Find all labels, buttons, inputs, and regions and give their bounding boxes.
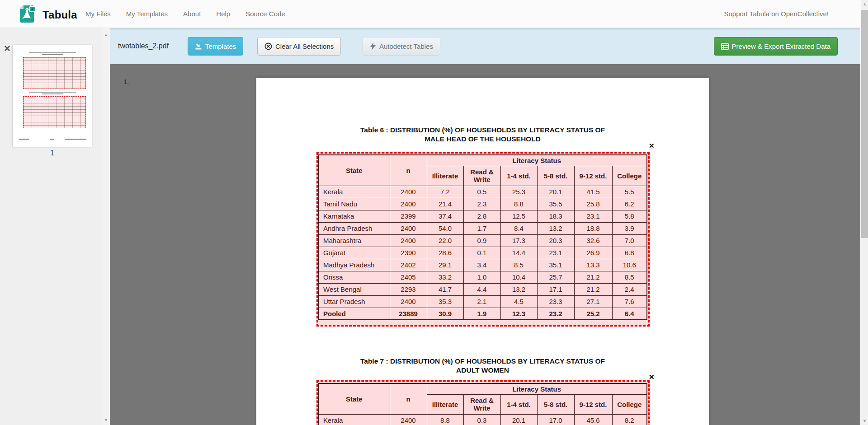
nav-my-files[interactable]: My Files — [78, 0, 118, 28]
selection-box-table6[interactable] — [316, 152, 650, 327]
mini-footer-text — [65, 139, 86, 140]
mini-footer-text — [50, 139, 54, 140]
tabula-logo-icon — [17, 4, 38, 26]
selection2-close-icon[interactable]: ✕ — [649, 374, 655, 380]
nav-help[interactable]: Help — [208, 0, 238, 28]
preview-export-label: Preview & Export Extracted Data — [732, 42, 830, 50]
save-template-icon — [195, 43, 202, 50]
mini-table-title — [13, 92, 92, 94]
page-number-marker: 1. — [123, 78, 129, 85]
autodetect-tables-label: Autodetect Tables — [379, 42, 433, 50]
nav-my-templates[interactable]: My Templates — [118, 0, 175, 28]
app-body: ✕ 1 ▲ ▼ twotables_2.pdf — [0, 28, 868, 425]
table-list-icon — [721, 43, 729, 50]
thumbnail-page-number: 1 — [13, 149, 92, 157]
window-scrollbar[interactable]: ▲ ▼ — [860, 0, 868, 425]
lightning-icon — [370, 42, 376, 50]
remove-circle-icon — [264, 42, 272, 50]
scrollbar-thumb[interactable] — [861, 10, 868, 238]
templates-label: Templates — [205, 42, 236, 50]
mini-table-title — [13, 52, 92, 55]
sidebar-scrollbar[interactable]: ▲ ▼ — [102, 28, 110, 425]
scroll-up-icon[interactable]: ▲ — [102, 33, 110, 37]
app-window: Tabula My Files My Templates About Help … — [0, 0, 868, 425]
templates-button[interactable]: Templates — [188, 37, 243, 56]
scroll-up-icon[interactable]: ▲ — [861, 2, 868, 6]
table6-title: Table 6 : DISTRIBUTION (%) OF HOUSEHOLDS… — [256, 126, 709, 144]
preview-export-button[interactable]: Preview & Export Extracted Data — [714, 37, 838, 56]
toolbar: twotables_2.pdf Templates — [110, 28, 860, 64]
mini-selection-box — [23, 57, 86, 89]
support-link[interactable]: Support Tabula on OpenCollective! — [724, 0, 829, 28]
pdf-viewer: 1. Table 6 : DISTRIBUTION (%) OF HOUSEHO… — [110, 64, 860, 425]
pdf-page[interactable]: Table 6 : DISTRIBUTION (%) OF HOUSEHOLDS… — [256, 78, 709, 425]
autodetect-tables-button[interactable]: Autodetect Tables — [363, 37, 440, 56]
remove-page-icon[interactable]: ✕ — [4, 44, 11, 53]
brand-title: Tabula — [42, 9, 77, 21]
pdf-filename: twotables_2.pdf — [118, 28, 169, 64]
table7-title: Table 7 : DISTRIBUTION (%) OF HOUSEHOLDS… — [256, 357, 709, 375]
clear-all-selections-button[interactable]: Clear All Selections — [257, 37, 341, 56]
scroll-down-icon[interactable]: ▼ — [102, 418, 110, 422]
mini-selection-box — [23, 96, 86, 128]
page-thumbnail[interactable] — [13, 45, 92, 147]
content-area: twotables_2.pdf Templates — [110, 28, 860, 425]
nav-source-code[interactable]: Source Code — [238, 0, 293, 28]
clear-all-selections-label: Clear All Selections — [275, 42, 334, 50]
brand[interactable]: Tabula — [17, 4, 77, 26]
page-thumbnail-sidebar: ✕ 1 — [0, 28, 102, 425]
mini-footer-text — [19, 139, 29, 140]
selection1-close-icon[interactable]: ✕ — [649, 142, 655, 149]
scroll-down-icon[interactable]: ▼ — [861, 419, 868, 423]
navbar: Tabula My Files My Templates About Help … — [0, 0, 868, 28]
nav-about[interactable]: About — [175, 0, 208, 28]
main-nav: My Files My Templates About Help Source … — [78, 0, 293, 28]
selection-box-table7[interactable] — [316, 380, 650, 425]
